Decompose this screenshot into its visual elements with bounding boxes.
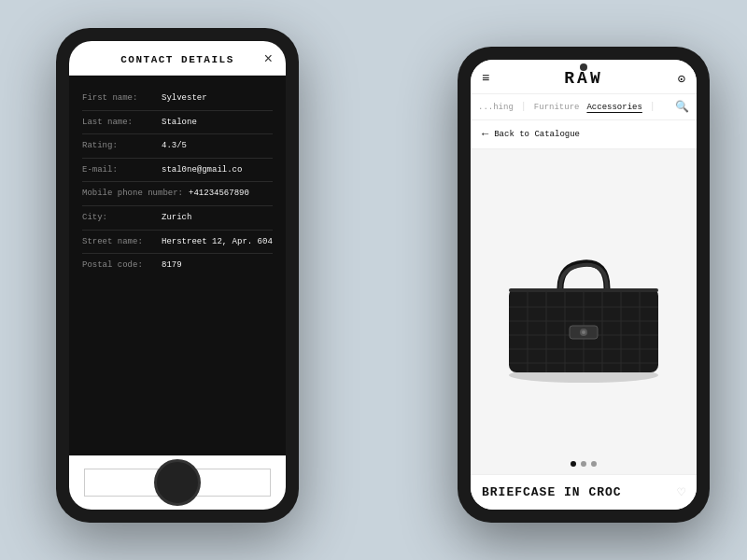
app-logo: RAW [564,69,602,88]
svg-rect-17 [509,288,658,292]
product-name: BRIEFCASE IN CROC [482,485,622,499]
product-footer: BRIEFCASE IN CROC ♡ [471,474,697,510]
dot-2[interactable] [581,461,586,467]
close-icon[interactable]: × [263,52,273,67]
back-arrow-icon: ← [482,128,488,141]
tab-furniture[interactable]: Furniture [534,103,580,112]
contact-label: Last name: [82,117,162,129]
product-image-area [471,149,697,474]
carousel-dots [571,461,597,467]
modal-body: First name:SylvesterLast name:StaloneRat… [69,76,286,455]
contact-row: Street name:Herstreet 12, Apr. 604 [82,231,273,255]
contact-value: 4.3/5 [162,140,187,152]
contact-row: First name:Sylvester [82,87,273,111]
contact-value: Stalone [162,117,197,129]
nav-tabs: ...hing | Furniture Accessories | 🔍 [471,94,697,120]
modal-title: CONTACT DETAILS [120,54,234,65]
contact-row: Rating:4.3/5 [82,134,273,159]
back-label: Back to Catalogue [494,130,580,139]
right-phone: ≡ RAW ⊙ ...hing | Furniture Accessories … [458,47,710,523]
user-icon[interactable]: ⊙ [678,71,685,87]
contact-value: Herstreet 12, Apr. 604 [162,236,273,248]
search-icon[interactable]: 🔍 [675,100,689,114]
contact-row: City:Zurich [82,206,273,231]
svg-point-16 [582,330,585,334]
contact-value: 8179 [162,259,182,272]
back-row[interactable]: ← Back to Catalogue [471,120,697,149]
tab-clothing[interactable]: ...hing [478,103,514,112]
contact-label: City: [82,212,162,224]
contact-row: Last name:Stalone [82,111,273,135]
contact-label: Street name: [82,236,162,248]
contact-row: Postal code:8179 [82,254,273,277]
contact-value: Sylvester [162,92,207,105]
modal-header: CONTACT DETAILS × [69,41,286,76]
contact-value: Zurich [162,212,191,224]
contact-label: Mobile phone number: [82,188,189,200]
wishlist-icon[interactable]: ♡ [678,484,685,500]
home-button[interactable] [154,459,201,506]
contact-row: Mobile phone number:+41234567890 [82,182,273,206]
dot-3[interactable] [591,461,597,467]
contact-row: E-mail:stal0ne@gmail.co [82,159,273,183]
dot-1[interactable] [571,461,576,467]
contact-label: E-mail: [82,164,162,176]
left-phone: CONTACT DETAILS × First name:SylvesterLa… [56,28,299,523]
camera-notch [580,63,587,71]
contact-value: stal0ne@gmail.co [162,164,242,176]
left-phone-screen: CONTACT DETAILS × First name:SylvesterLa… [69,41,286,510]
contact-label: Postal code: [82,259,162,272]
hamburger-icon[interactable]: ≡ [482,71,489,86]
contact-value: +41234567890 [189,188,249,200]
product-image [490,237,677,386]
tab-accessories[interactable]: Accessories [586,103,641,112]
contact-label: First name: [82,92,162,105]
right-phone-screen: ≡ RAW ⊙ ...hing | Furniture Accessories … [471,60,697,510]
contact-label: Rating: [82,140,162,152]
